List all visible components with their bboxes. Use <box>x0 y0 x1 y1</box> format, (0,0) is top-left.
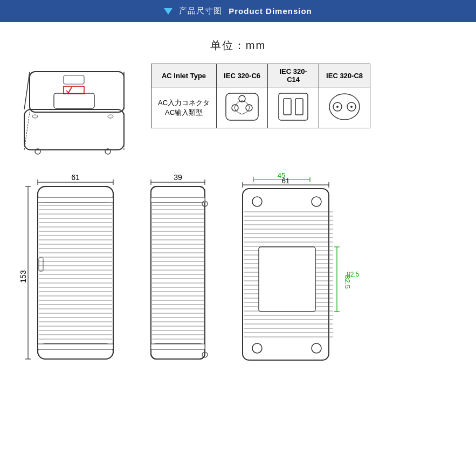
svg-rect-64 <box>38 197 113 203</box>
svg-point-128 <box>312 343 321 353</box>
svg-text:61: 61 <box>71 173 80 182</box>
svg-point-9 <box>32 115 38 118</box>
svg-text:39: 39 <box>174 173 182 182</box>
svg-point-10 <box>108 115 113 118</box>
svg-rect-6 <box>54 93 94 108</box>
svg-text:61: 61 <box>282 177 289 185</box>
inlet-type-table: AC Inlet Type IEC 320-C6 IEC 320-C14 IEC… <box>151 64 370 128</box>
top-view: 45 61 <box>229 171 348 376</box>
unit-label: 单位：mm <box>16 38 460 53</box>
svg-rect-18 <box>284 99 291 115</box>
svg-point-23 <box>336 106 339 108</box>
svg-rect-114 <box>151 344 205 349</box>
triangle-icon <box>164 8 173 15</box>
svg-point-125 <box>252 197 262 206</box>
svg-point-24 <box>350 106 353 108</box>
inlet-table-container: AC Inlet Type IEC 320-C6 IEC 320-C14 IEC… <box>151 64 370 128</box>
svg-rect-67 <box>38 344 113 349</box>
svg-text:82.5: 82.5 <box>347 271 360 278</box>
svg-rect-76 <box>151 187 205 359</box>
label-cn2: AC输入類型 <box>158 108 210 118</box>
top-section: AC Inlet Type IEC 320-C6 IEC 320-C14 IEC… <box>16 64 460 155</box>
side-view: 39 <box>140 171 218 376</box>
table-row-label: AC入力コネクタ AC输入類型 <box>151 87 217 128</box>
table-col3-header: IEC 320-C8 <box>319 64 370 87</box>
svg-rect-11 <box>64 75 84 84</box>
svg-rect-111 <box>151 197 205 203</box>
table-col1-header: IEC 320-C6 <box>217 64 268 87</box>
c8-icon-cell <box>319 87 370 128</box>
svg-line-4 <box>24 112 30 150</box>
main-content: 单位：mm <box>0 22 476 387</box>
table-col2-header: IEC 320-C14 <box>268 64 319 87</box>
svg-rect-65 <box>39 258 43 271</box>
title-chinese: 产品尺寸图 <box>179 6 222 16</box>
table-label-header: AC Inlet Type <box>151 64 217 87</box>
label-cn1: AC入力コネクタ <box>158 98 210 108</box>
page-header: 产品尺寸图 Product Dimension <box>0 0 476 22</box>
svg-text:153: 153 <box>19 270 27 283</box>
svg-rect-17 <box>279 93 308 120</box>
svg-point-127 <box>252 343 262 353</box>
svg-point-126 <box>312 197 321 206</box>
svg-rect-13 <box>226 93 258 120</box>
svg-rect-1 <box>30 72 124 112</box>
c14-icon-cell <box>268 87 319 128</box>
title-english: Product Dimension <box>229 6 312 16</box>
svg-point-20 <box>329 94 360 120</box>
svg-rect-0 <box>24 109 124 150</box>
svg-rect-159 <box>259 247 315 312</box>
front-view: 61 <box>22 171 129 376</box>
perspective-view <box>16 64 135 155</box>
svg-rect-29 <box>38 187 113 359</box>
svg-rect-19 <box>295 99 303 115</box>
svg-line-2 <box>24 72 30 109</box>
svg-rect-12 <box>64 86 84 94</box>
c6-icon-cell <box>217 87 268 128</box>
views-section: 61 <box>16 171 460 376</box>
